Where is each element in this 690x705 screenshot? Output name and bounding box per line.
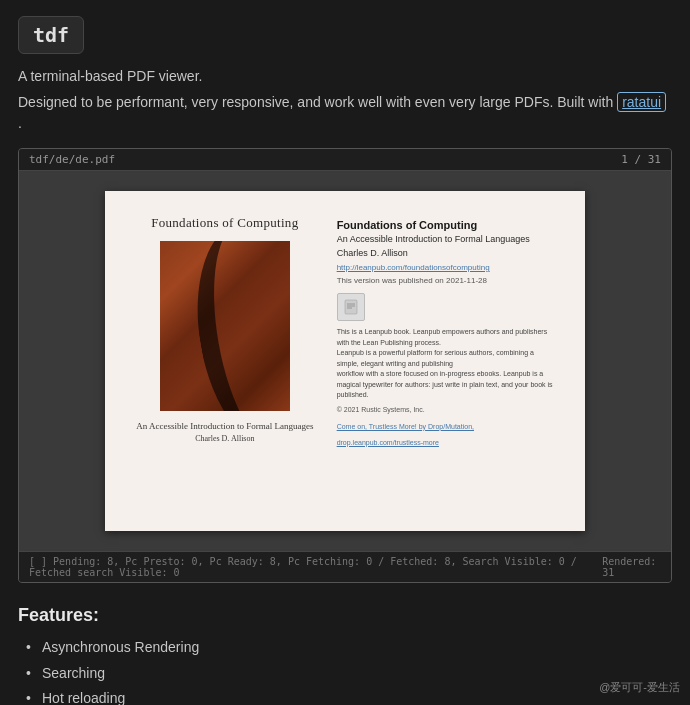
- pdf-bar-left: tdf/de/de.pdf: [29, 153, 115, 166]
- pdf-page-subtitle: An Accessible Introduction to Formal Lan…: [136, 421, 313, 431]
- tagline: A terminal-based PDF viewer.: [18, 68, 672, 84]
- svg-rect-0: [345, 300, 357, 314]
- description-post: .: [18, 115, 22, 131]
- pdf-right-link[interactable]: http://leanpub.com/foundationsofcomputin…: [337, 263, 557, 272]
- description: Designed to be performant, very responsi…: [18, 92, 672, 134]
- pdf-bottom-right: Rendered: 31: [602, 556, 661, 578]
- pdf-right-column: Foundations of Computing An Accessible I…: [337, 215, 557, 507]
- pdf-bottom-bar: [ ] Pending: 8, Pc Presto: 0, Pc Ready: …: [19, 551, 671, 582]
- pdf-right-body: This is a Leanpub book. Leanpub empowers…: [337, 327, 557, 401]
- features-title: Features:: [18, 605, 672, 626]
- pdf-viewer-bar: tdf/de/de.pdf 1 / 31: [19, 149, 671, 171]
- logo-text: tdf: [33, 23, 69, 47]
- pdf-page-author: Charles D. Allison: [195, 434, 254, 443]
- pdf-bar-right: 1 / 31: [621, 153, 661, 166]
- watermark: @爱可可-爱生活: [599, 680, 680, 695]
- pdf-right-title: Foundations of Computing: [337, 219, 557, 231]
- pdf-content-area: Foundations of Computing An Accessible I…: [19, 171, 671, 551]
- ratatui-link[interactable]: ratatui: [617, 92, 666, 112]
- pdf-book-cover: [160, 241, 290, 411]
- pdf-left-column: Foundations of Computing An Accessible I…: [133, 215, 317, 507]
- pdf-book-cover-arc: [181, 241, 290, 411]
- pdf-right-author: Charles D. Allison: [337, 248, 557, 258]
- features-list: Asynchronous RenderingSearchingHot reloa…: [18, 638, 672, 705]
- pdf-right-icon: [337, 293, 365, 321]
- pdf-page: Foundations of Computing An Accessible I…: [105, 191, 585, 531]
- pdf-right-subtitle: An Accessible Introduction to Formal Lan…: [337, 234, 557, 244]
- pdf-right-copyright: © 2021 Rustic Systems, Inc.: [337, 406, 557, 413]
- pdf-viewer-container: tdf/de/de.pdf 1 / 31 Foundations of Comp…: [18, 148, 672, 583]
- logo-box: tdf: [18, 16, 84, 54]
- pdf-page-title: Foundations of Computing: [151, 215, 298, 231]
- pdf-right-date: This version was published on 2021-11-28: [337, 276, 557, 285]
- feature-item: Hot reloading: [26, 689, 672, 705]
- feature-item: Asynchronous Rendering: [26, 638, 672, 658]
- features-section: Features: Asynchronous RenderingSearchin…: [18, 605, 672, 705]
- pdf-bottom-left: [ ] Pending: 8, Pc Presto: 0, Pc Ready: …: [29, 556, 602, 578]
- feature-item: Searching: [26, 664, 672, 684]
- description-pre: Designed to be performant, very responsi…: [18, 94, 613, 110]
- pdf-right-more[interactable]: Come on, Trustless More! by Drop/Mutatio…: [337, 423, 474, 446]
